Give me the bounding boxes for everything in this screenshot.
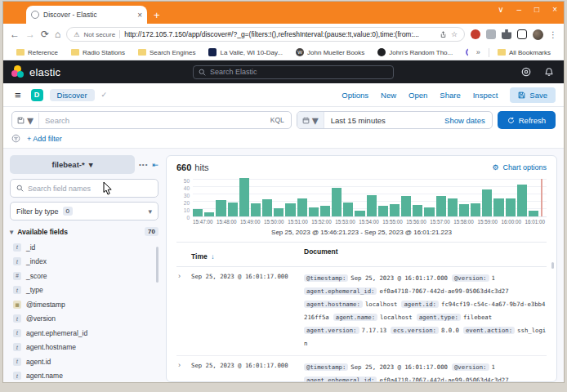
- index-pattern-select[interactable]: filebeat-* ▾: [10, 155, 135, 174]
- window-maximize-button[interactable]: □: [534, 5, 539, 14]
- expand-row-icon[interactable]: ›: [176, 272, 191, 350]
- options-button[interactable]: Options: [342, 91, 368, 100]
- bookmark-item[interactable]: La Valle, WI 10-Day...: [203, 48, 288, 56]
- chart-options-button[interactable]: ⚙ Chart options: [492, 163, 547, 172]
- table-scrollbar[interactable]: [551, 262, 554, 269]
- browser-tab[interactable]: Discover - Elastic ×: [26, 6, 147, 24]
- field-item-_index[interactable]: t_index: [10, 255, 158, 270]
- window-close-button[interactable]: ×: [552, 5, 557, 14]
- kql-language-badge[interactable]: KQL: [264, 116, 291, 124]
- field-item-agent.ephemeral_id[interactable]: tagent.ephemeral_id: [10, 326, 158, 341]
- field-item-agent.hostname[interactable]: tagent.hostname: [10, 341, 158, 355]
- histogram-bar: [228, 203, 238, 216]
- nav-menu-icon[interactable]: ≡: [11, 89, 25, 101]
- window-chevron-icon[interactable]: ∨: [498, 5, 503, 14]
- field-name: _index: [26, 257, 47, 265]
- available-fields-header[interactable]: ▾ Available fields 70: [10, 227, 158, 236]
- extensions-puzzle-icon[interactable]: [502, 29, 511, 39]
- field-name: _id: [26, 243, 35, 252]
- add-filter-button[interactable]: + Add filter: [27, 135, 62, 143]
- new-tab-button[interactable]: +: [154, 9, 160, 21]
- browser-menu-icon[interactable]: ⋮: [549, 30, 557, 39]
- hits-histogram[interactable]: 01020304050 15:47:0015:48:0015:49:0015:5…: [176, 179, 547, 225]
- extension-screenshot-icon[interactable]: [486, 29, 496, 39]
- url-text[interactable]: http://172.105.7.150/app/discover#/?_g=(…: [124, 30, 435, 38]
- hits-label: hits: [194, 163, 208, 172]
- help-icon[interactable]: [521, 67, 531, 77]
- row-document[interactable]: @timestamp:Sep 25, 2023 @ 16:01:17.000@v…: [304, 272, 547, 350]
- filter-by-type-select[interactable]: Filter by type 0 ▾: [10, 202, 158, 220]
- doc-field-name: agent.ephemeral_id:: [304, 376, 377, 381]
- wp-icon: [296, 48, 304, 56]
- date-quick-menu[interactable]: ▾: [297, 112, 324, 128]
- breadcrumb[interactable]: Discover: [50, 89, 95, 101]
- search-input[interactable]: [39, 116, 264, 125]
- expand-row-icon[interactable]: ›: [176, 361, 191, 381]
- not-secure-label[interactable]: Not secure: [83, 31, 115, 38]
- reload-button[interactable]: ⟳: [41, 29, 49, 40]
- table-rows: ›Sep 25, 2023 @ 16:01:17.000@timestamp:S…: [176, 267, 547, 381]
- table-header: Time ↓ Document: [176, 243, 547, 267]
- time-range-value[interactable]: Last 15 minutes: [324, 116, 438, 125]
- collapse-sidebar-icon[interactable]: ⇤: [152, 161, 158, 169]
- query-bar: ▾ KQL ▾ Last 15 minutes Show dates Refre…: [3, 107, 564, 132]
- profile-avatar[interactable]: [533, 29, 543, 40]
- new-button[interactable]: New: [381, 91, 396, 100]
- histogram-bar: [355, 211, 364, 216]
- share-button[interactable]: Share: [440, 91, 460, 100]
- tab-close-icon[interactable]: ×: [137, 11, 142, 20]
- all-bookmarks-button[interactable]: All Bookmarks: [493, 49, 556, 56]
- bookmark-item[interactable]: Search Engines: [133, 49, 200, 56]
- field-item-agent.id[interactable]: tagent.id: [10, 354, 158, 369]
- sidebar-scrollbar[interactable]: [156, 247, 158, 283]
- field-type-text-icon: t: [13, 372, 21, 380]
- global-search-input[interactable]: Search Elastic: [193, 65, 394, 79]
- bookmarks-overflow-icon[interactable]: »: [471, 48, 485, 56]
- forward-button[interactable]: →: [25, 29, 35, 40]
- address-bar[interactable]: ⚠ Not secure http://172.105.7.150/app/di…: [66, 27, 465, 42]
- show-dates-button[interactable]: Show dates: [438, 116, 492, 125]
- documents-table: Time ↓ Document ›Sep 25, 2023 @ 16:01:17…: [176, 243, 547, 381]
- sort-descending-icon[interactable]: ↓: [211, 253, 214, 261]
- window-minimize-button[interactable]: –: [517, 5, 522, 14]
- kql-search-box: ▾ KQL: [11, 111, 292, 129]
- alerts-bell-icon[interactable]: [544, 67, 554, 77]
- index-pattern-options-icon[interactable]: •••: [139, 161, 148, 168]
- reading-mode-icon[interactable]: [517, 29, 527, 39]
- space-badge[interactable]: D: [31, 89, 43, 101]
- bookmark-item[interactable]: John Mueller Books: [291, 48, 369, 56]
- share-icon[interactable]: [440, 31, 447, 38]
- bookmark-item[interactable]: Radio Stations: [66, 49, 130, 56]
- bookmark-item[interactable]: John Mueller Books...: [461, 48, 468, 56]
- time-column-header[interactable]: Time: [191, 252, 208, 261]
- field-search-input[interactable]: [28, 185, 152, 193]
- field-item-_type[interactable]: t_type: [10, 283, 158, 298]
- field-item-agent.name[interactable]: tagent.name: [10, 369, 158, 383]
- filter-set-icon[interactable]: [11, 134, 20, 143]
- extension-adblock-icon[interactable]: [471, 29, 480, 39]
- y-tick-label: 30: [184, 193, 190, 198]
- inspect-button[interactable]: Inspect: [473, 91, 498, 100]
- field-type-text-icon: t: [13, 358, 21, 366]
- row-document[interactable]: @timestamp:Sep 25, 2023 @ 16:01:17.000@v…: [304, 361, 547, 381]
- refresh-button[interactable]: Refresh: [498, 111, 556, 129]
- doc-field-name: agent.ephemeral_id:: [304, 287, 377, 295]
- bookmark-item[interactable]: John's Random Tho...: [373, 48, 458, 56]
- elastic-logo-icon[interactable]: [11, 65, 25, 78]
- bookmark-label: Radio Stations: [83, 49, 125, 56]
- bookmark-star-icon[interactable]: ☆: [451, 30, 458, 38]
- chart-plot[interactable]: [193, 179, 547, 217]
- home-button[interactable]: ⌂: [55, 29, 60, 40]
- hits-count: 660: [176, 163, 191, 172]
- field-item-_score[interactable]: #_score: [10, 269, 158, 283]
- doc-field-name: event.action:: [463, 327, 515, 334]
- field-item-@timestamp[interactable]: ▦@timestamp: [10, 297, 158, 312]
- field-item-@version[interactable]: t@version: [10, 312, 158, 327]
- open-button[interactable]: Open: [409, 91, 427, 100]
- save-button[interactable]: Save: [510, 87, 556, 103]
- bookmark-item[interactable]: Reference: [11, 49, 63, 56]
- field-item-_id[interactable]: t_id: [10, 240, 158, 255]
- saved-query-menu[interactable]: ▾: [12, 113, 39, 128]
- back-button[interactable]: ←: [10, 29, 20, 40]
- table-row: ›Sep 25, 2023 @ 16:01:17.000@timestamp:S…: [176, 267, 547, 356]
